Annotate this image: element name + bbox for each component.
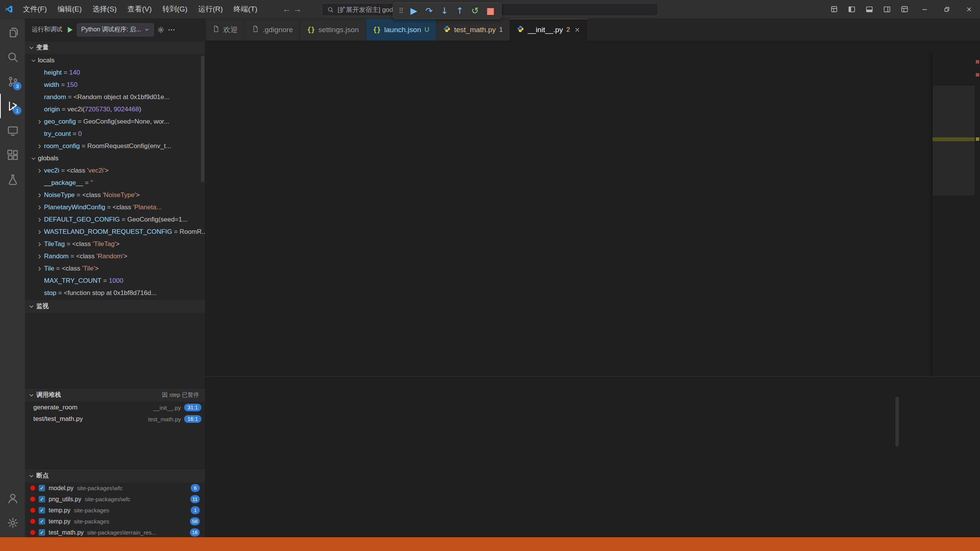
watch-section-header[interactable]: 监视 (25, 299, 205, 313)
variable-row[interactable]: Tile = <class 'Tile'> (25, 262, 205, 275)
variable-row[interactable]: PlanetaryWindConfig = <class 'Planeta... (25, 201, 205, 214)
step-into-button[interactable]: ↓ (438, 4, 451, 18)
breakpoint-file: temp.py (49, 507, 70, 514)
breakpoint-row[interactable]: ✓model.pysite-packages\wfc6 (25, 483, 205, 494)
value-part: GeoConfig(seed=1... (127, 216, 187, 223)
activity-scm[interactable]: 3 (0, 69, 25, 94)
breakpoint-count-badge: 11 (190, 495, 200, 503)
scope-globals[interactable]: globals (25, 152, 205, 165)
menu-查看(V)[interactable]: 查看(V) (122, 0, 157, 18)
activity-search[interactable] (0, 45, 25, 69)
menu-选择(S)[interactable]: 选择(S) (87, 0, 122, 18)
code-editor[interactable] (206, 54, 980, 377)
variable-row[interactable]: try_count = 0 (25, 128, 205, 140)
continue-button[interactable]: ▶ (407, 4, 421, 18)
debug-configuration-select[interactable]: Python 调试程序: 启... (77, 23, 154, 36)
menu-文件(F)[interactable]: 文件(F) (18, 0, 52, 18)
panel-right-toggle[interactable] (878, 0, 896, 18)
tab-__init__.py[interactable]: __init__.py2 (510, 19, 587, 41)
activity-extensions[interactable] (0, 143, 25, 167)
variable-row[interactable]: height = 140 (25, 67, 205, 79)
variable-row[interactable]: DEFAULT_GEO_CONFIG = GeoConfig(seed=1... (25, 214, 205, 226)
minimap[interactable] (933, 54, 980, 377)
variable-name: TileTag (44, 240, 65, 248)
breakpoint-checkbox[interactable]: ✓ (39, 507, 45, 514)
menu-运行(R)[interactable]: 运行(R) (193, 0, 228, 18)
restore-button[interactable] (936, 0, 958, 18)
breakpoints-section-header[interactable]: 断点 (25, 469, 205, 483)
variable-name: geo_config (44, 118, 76, 126)
breakpoint-row[interactable]: ✓test_math.pysite-packages\terrain_res..… (25, 527, 205, 537)
breakpoint-checkbox[interactable]: ✓ (39, 485, 45, 491)
tab-test_math.py[interactable]: test_math.py1 (436, 19, 510, 41)
tab-欢迎[interactable]: 欢迎 (206, 19, 245, 41)
variable-name: WASTELAND_ROOM_REQUEST_CONFIG (44, 228, 172, 236)
activity-debug[interactable]: 1 (0, 94, 25, 118)
stop-button[interactable]: ■ (483, 4, 497, 18)
variables-scrollbar[interactable] (201, 56, 204, 182)
activity-remote[interactable] (0, 118, 25, 143)
breakpoint-icon (30, 486, 35, 491)
terminal-scrollbar[interactable] (895, 397, 899, 447)
search-icon (327, 7, 334, 13)
breakpoint-row[interactable]: ✓temp.pysite-packages1 (25, 505, 205, 516)
variable-row[interactable]: stop = <function stop at 0x1bf8d716d... (25, 287, 205, 299)
activity-gear[interactable] (0, 510, 25, 535)
back-arrow-icon[interactable]: ← (283, 4, 291, 14)
scope-locals[interactable]: locals (25, 54, 205, 67)
variable-row[interactable]: random = <Random object at 0x1bf9d01e... (25, 91, 205, 103)
menu-转到(G)[interactable]: 转到(G) (157, 0, 193, 18)
value-part: 9024468 (114, 106, 139, 113)
restart-button[interactable]: ↺ (468, 4, 482, 18)
panel-bottom-toggle[interactable] (861, 0, 878, 18)
start-debugging-button[interactable] (65, 26, 74, 34)
breakpoint-row[interactable]: ✓temp.pysite-packages58 (25, 516, 205, 527)
value-part: vec2i( (67, 106, 85, 113)
variable-row[interactable]: __package__ = '' (25, 177, 205, 189)
breakpoint-row[interactable]: ✓png_utils.pysite-packages\wfc11 (25, 494, 205, 505)
stack-frame[interactable]: test/test_math.pytest_math.py16:1 (25, 413, 205, 425)
variable-row[interactable]: Random = <class 'Random'> (25, 250, 205, 262)
variable-row[interactable]: room_config = RoomRequestConfig(env_t... (25, 140, 205, 152)
layout-custom-toggle[interactable] (896, 0, 913, 18)
activity-testing[interactable] (0, 167, 25, 192)
variable-row[interactable]: WASTELAND_ROOM_REQUEST_CONFIG = RoomR... (25, 226, 205, 238)
python-icon (443, 25, 451, 34)
activity-files[interactable] (0, 20, 25, 45)
terminal[interactable] (206, 395, 900, 537)
variable-row[interactable]: TileTag = <class 'TileTag'> (25, 238, 205, 250)
breakpoint-checkbox[interactable]: ✓ (39, 518, 45, 525)
step-out-button[interactable]: ↑ (453, 4, 467, 18)
variable-row[interactable]: width = 150 (25, 79, 205, 91)
more-actions-icon[interactable] (168, 26, 175, 34)
panel-left-toggle[interactable] (843, 0, 861, 18)
variables-section-header[interactable]: 变量 (25, 41, 205, 54)
gear-icon[interactable] (157, 26, 165, 34)
variable-row[interactable]: vec2i = <class 'vec2i'> (25, 165, 205, 177)
step-over-button[interactable]: ↷ (422, 4, 436, 18)
minimize-button[interactable] (913, 0, 936, 18)
value-part: 'vec2i' (87, 167, 105, 174)
variable-row[interactable]: MAX_TRY_COUNT = 1000 (25, 275, 205, 287)
stack-frame[interactable]: generate_room__init__.py31:1 (25, 402, 205, 413)
close-tab-icon[interactable] (574, 27, 580, 33)
equals: = (101, 277, 109, 285)
call-stack-section-header[interactable]: 调用堆栈 因 step 已暂停 (25, 388, 205, 402)
variable-row[interactable]: geo_config = GeoConfig(seed=None, wor... (25, 116, 205, 128)
close-window-button[interactable] (958, 0, 980, 18)
panel-header (206, 377, 980, 395)
variable-row[interactable]: origin = vec2i(7205730, 9024468) (25, 103, 205, 116)
tab-settings.json[interactable]: {}settings.json (300, 19, 366, 41)
menu-终端(T)[interactable]: 终端(T) (228, 0, 263, 18)
forward-arrow-icon[interactable]: → (293, 4, 302, 14)
breakpoint-checkbox[interactable]: ✓ (39, 529, 45, 536)
breakpoint-checkbox[interactable]: ✓ (39, 496, 45, 502)
activity-account[interactable] (0, 486, 25, 510)
breakpoint-count-badge: 6 (191, 484, 200, 492)
menu-编辑(E)[interactable]: 编辑(E) (52, 0, 87, 18)
layout-grid-toggle[interactable] (825, 0, 843, 18)
menu-overflow[interactable] (263, 0, 273, 18)
tab-launch.json[interactable]: {}launch.jsonU (366, 19, 436, 41)
tab-.gdignore[interactable]: .gdignore (245, 19, 300, 41)
variable-row[interactable]: NoiseType = <class 'NoiseType'> (25, 189, 205, 201)
